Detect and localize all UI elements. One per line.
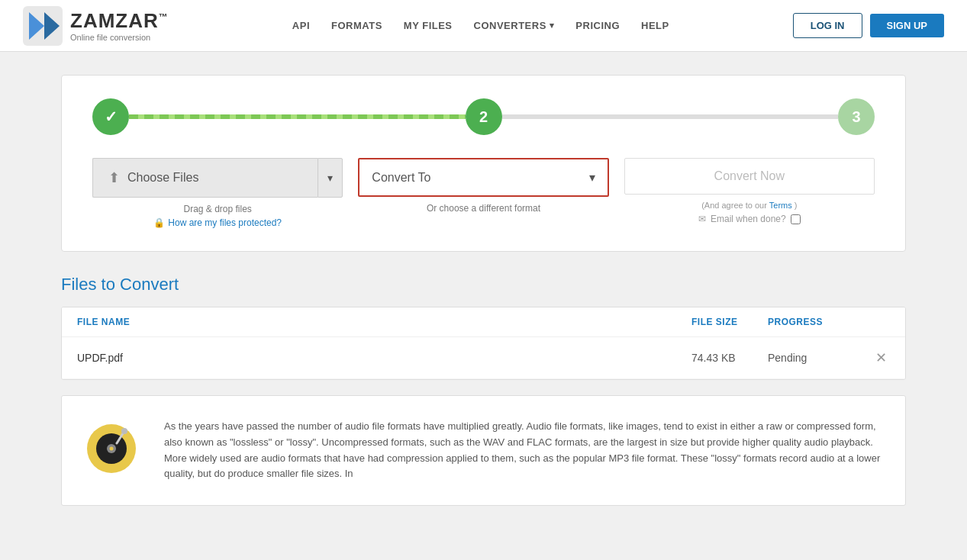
- step-3-circle: 3: [838, 98, 875, 135]
- main-content: ✓ 2 3 ⬆ Choose Files ▾: [0, 52, 967, 529]
- col-filename-header: FILE NAME: [77, 317, 691, 327]
- nav-pricing[interactable]: PRICING: [575, 20, 620, 31]
- col-progress-header: PROGRESS: [768, 317, 859, 327]
- convert-to-subtitle: Or choose a different format: [427, 203, 540, 214]
- drag-drop-label: Drag & drop files: [183, 204, 251, 214]
- nav-help[interactable]: HELP: [641, 20, 669, 31]
- convert-now-group: Convert Now (And agree to our Terms ) ✉ …: [624, 158, 875, 224]
- logo-name: ZAMZAR™: [70, 9, 169, 33]
- choose-files-button[interactable]: ⬆ Choose Files: [92, 158, 317, 198]
- choose-files-btn-row: ⬆ Choose Files ▾: [92, 158, 343, 198]
- signup-button[interactable]: SIGN UP: [870, 14, 944, 37]
- terms-note: (And agree to our Terms ): [701, 201, 797, 210]
- info-section: As the years have passed the number of a…: [61, 395, 906, 506]
- files-table-header: FILE NAME FILE SIZE PROGRESS: [62, 307, 905, 337]
- converters-chevron-icon: ▾: [550, 21, 555, 31]
- lock-icon: 🔒: [153, 217, 165, 228]
- remove-file-button[interactable]: ✕: [872, 349, 890, 366]
- file-protection-link[interactable]: 🔒 How are my files protected?: [153, 217, 282, 228]
- email-row: ✉ Email when done?: [698, 214, 801, 224]
- action-row: ⬆ Choose Files ▾ Drag & drop files 🔒 How…: [92, 158, 875, 228]
- table-row: UPDF.pdf 74.43 KB Pending ✕: [62, 337, 905, 379]
- svg-point-8: [121, 428, 127, 434]
- convert-now-button[interactable]: Convert Now: [624, 158, 875, 195]
- upload-icon: ⬆: [108, 169, 120, 186]
- logo-text: ZAMZAR™ Online file conversion: [70, 9, 169, 42]
- row-action: ✕: [859, 349, 890, 366]
- files-title: Files to Convert: [61, 275, 906, 294]
- convert-to-arrow-icon: ▾: [589, 170, 595, 185]
- nav-converters[interactable]: CONVERTERS ▾: [474, 20, 555, 31]
- step-1-circle: ✓: [92, 98, 129, 135]
- logo-subtitle: Online file conversion: [70, 33, 169, 42]
- main-nav: API FORMATS MY FILES CONVERTERS ▾ PRICIN…: [292, 20, 669, 31]
- row-filesize: 74.43 KB: [691, 352, 768, 364]
- svg-point-6: [110, 447, 114, 451]
- step-line-1-2: [129, 114, 466, 119]
- col-filesize-header: FILE SIZE: [691, 317, 768, 327]
- login-button[interactable]: LOG IN: [793, 13, 862, 38]
- choose-files-group: ⬆ Choose Files ▾ Drag & drop files 🔒 How…: [92, 158, 343, 228]
- convert-to-select[interactable]: Convert To ▾: [358, 158, 608, 197]
- zamzar-logo-icon: [23, 6, 63, 46]
- info-image: [85, 419, 146, 482]
- nav-formats[interactable]: FORMATS: [331, 20, 382, 31]
- envelope-icon: ✉: [698, 214, 706, 224]
- row-progress: Pending: [768, 352, 859, 364]
- chevron-down-icon: ▾: [327, 172, 333, 184]
- email-checkbox[interactable]: [791, 214, 801, 224]
- info-body: As the years have passed the number of a…: [164, 419, 882, 482]
- files-table: FILE NAME FILE SIZE PROGRESS UPDF.pdf 74…: [61, 307, 906, 380]
- terms-link[interactable]: Terms: [769, 201, 792, 210]
- header: ZAMZAR™ Online file conversion API FORMA…: [0, 0, 967, 52]
- nav-api[interactable]: API: [292, 20, 310, 31]
- files-section: Files to Convert FILE NAME FILE SIZE PRO…: [61, 275, 906, 380]
- record-player-icon: [85, 422, 138, 475]
- row-filename: UPDF.pdf: [77, 352, 691, 364]
- choose-files-dropdown-button[interactable]: ▾: [317, 158, 343, 198]
- nav-my-files[interactable]: MY FILES: [404, 20, 453, 31]
- logo-area: ZAMZAR™ Online file conversion: [23, 6, 169, 46]
- steps-row: ✓ 2 3: [92, 98, 875, 135]
- step-line-2-3: [502, 114, 839, 119]
- step-2-circle: 2: [466, 98, 502, 135]
- conversion-box: ✓ 2 3 ⬆ Choose Files ▾: [61, 75, 906, 252]
- col-action-header: [859, 317, 890, 327]
- nav-buttons: LOG IN SIGN UP: [793, 13, 944, 38]
- convert-to-group: Convert To ▾ Or choose a different forma…: [358, 158, 608, 214]
